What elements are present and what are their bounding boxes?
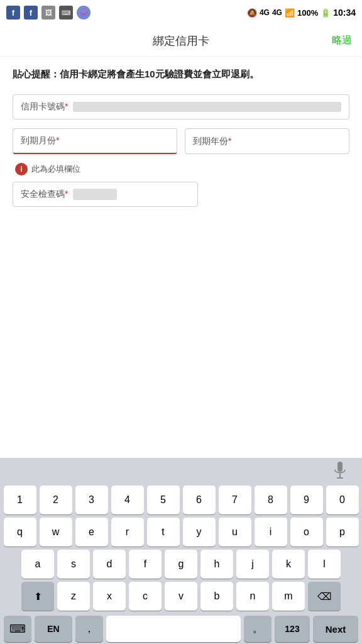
key-g[interactable]: g — [165, 550, 197, 579]
expiry-month-input-wrapper[interactable]: 到期月份* — [13, 128, 177, 154]
period-key[interactable]: 。 — [244, 616, 272, 642]
expiry-row: 到期月份* 到期年份* — [13, 128, 349, 154]
key-a[interactable]: a — [21, 550, 54, 579]
next-button[interactable]: Next — [313, 616, 358, 642]
key-r[interactable]: r — [111, 518, 144, 547]
mic-button[interactable] — [331, 461, 349, 480]
key-z[interactable]: z — [57, 582, 90, 611]
key-p[interactable]: p — [326, 518, 359, 547]
key-8[interactable]: 8 — [255, 486, 287, 514]
security-code-input-wrapper[interactable]: 安全檢查碼* — [13, 182, 198, 207]
mic-row — [0, 458, 362, 483]
expiry-month-label: 到期月份* — [21, 135, 59, 147]
keyboard-rows: 1 2 3 4 5 6 7 8 9 0 q w e r t y u i o p … — [0, 483, 362, 611]
key-c[interactable]: c — [129, 582, 162, 611]
key-m[interactable]: m — [272, 582, 305, 611]
key-0[interactable]: 0 — [326, 486, 359, 514]
spacebar-key[interactable] — [106, 616, 241, 642]
key-9[interactable]: 9 — [290, 486, 323, 514]
key-v[interactable]: v — [165, 582, 197, 611]
error-text: 此為必填欄位 — [31, 164, 80, 175]
page-title: 綁定信用卡 — [153, 33, 209, 48]
key-5[interactable]: 5 — [147, 486, 180, 514]
network-4g-2: 4G — [272, 8, 282, 17]
expiry-year-label: 到期年份* — [193, 136, 231, 147]
num-key[interactable]: 123 — [275, 616, 310, 642]
status-bar-left: f f 🖼 ⌨ 👾 — [6, 6, 90, 19]
security-code-masked — [73, 189, 117, 200]
discord-icon: 👾 — [77, 6, 90, 19]
image-icon: 🖼 — [41, 6, 55, 19]
card-number-label: 信用卡號碼* — [21, 101, 68, 113]
key-row-numbers: 1 2 3 4 5 6 7 8 9 0 — [3, 486, 359, 514]
key-k[interactable]: k — [272, 550, 305, 579]
key-delete[interactable]: ⌫ — [308, 582, 341, 611]
key-w[interactable]: w — [40, 518, 72, 547]
svg-rect-2 — [337, 477, 343, 479]
network-4g-1: 4G — [260, 8, 270, 17]
key-3[interactable]: 3 — [75, 486, 108, 514]
key-4[interactable]: 4 — [111, 486, 144, 514]
notice-text: 貼心提醒：信用卡綁定將會產生10元驗證費並會立即退刷。 — [13, 67, 349, 82]
security-code-group: 安全檢查碼* — [13, 182, 349, 207]
content-area: 貼心提醒：信用卡綁定將會產生10元驗證費並會立即退刷。 信用卡號碼* 到期月份*… — [0, 57, 362, 226]
key-q[interactable]: q — [4, 518, 36, 547]
status-bar-right: 🔕 4G 4G 📶 100% 🔋 10:34 — [247, 8, 356, 18]
key-t[interactable]: t — [147, 518, 180, 547]
key-row-qwerty: q w e r t y u i o p — [3, 518, 359, 547]
keyboard-icon: ⌨ — [59, 6, 73, 19]
key-x[interactable]: x — [93, 582, 126, 611]
key-1[interactable]: 1 — [4, 486, 36, 514]
key-row-zxcv: ⬆ z x c v b n m ⌫ — [3, 582, 359, 611]
language-button[interactable]: EN — [35, 616, 72, 642]
key-6[interactable]: 6 — [183, 486, 216, 514]
key-7[interactable]: 7 — [219, 486, 251, 514]
battery-label: 100% — [297, 8, 318, 18]
page-header: 綁定信用卡 略過 — [0, 25, 362, 57]
key-f[interactable]: f — [129, 550, 162, 579]
security-code-label: 安全檢查碼* — [21, 189, 68, 200]
error-message-row: i 此為必填欄位 — [15, 163, 349, 175]
card-number-group: 信用卡號碼* — [13, 94, 349, 119]
keyboard-bottom-bar: ⌨ EN ， 。 123 Next — [0, 614, 362, 644]
signal-icon: 📶 — [285, 8, 295, 18]
error-icon: i — [15, 163, 28, 175]
card-number-input-wrapper[interactable]: 信用卡號碼* — [13, 94, 349, 119]
svg-rect-0 — [337, 462, 343, 472]
card-number-masked — [73, 102, 341, 112]
expiry-group: 到期月份* 到期年份* — [13, 128, 349, 154]
facebook-icon: f — [6, 6, 20, 19]
key-y[interactable]: y — [183, 518, 216, 547]
time-label: 10:34 — [333, 8, 356, 18]
key-2[interactable]: 2 — [40, 486, 72, 514]
keyboard-area: 1 2 3 4 5 6 7 8 9 0 q w e r t y u i o p … — [0, 458, 362, 644]
expiry-year-input-wrapper[interactable]: 到期年份* — [185, 128, 349, 154]
key-d[interactable]: d — [93, 550, 126, 579]
key-e[interactable]: e — [75, 518, 108, 547]
key-row-asdf: a s d f g h j k l — [3, 550, 359, 579]
svg-rect-1 — [339, 474, 341, 477]
key-s[interactable]: s — [57, 550, 90, 579]
keyboard-switch-button[interactable]: ⌨ — [4, 616, 31, 642]
comma-key[interactable]: ， — [75, 616, 103, 642]
battery-icon: 🔋 — [321, 8, 331, 18]
key-i[interactable]: i — [255, 518, 287, 547]
skip-button[interactable]: 略過 — [332, 34, 352, 47]
key-l[interactable]: l — [308, 550, 341, 579]
key-shift[interactable]: ⬆ — [21, 582, 54, 611]
key-n[interactable]: n — [236, 582, 269, 611]
key-h[interactable]: h — [200, 550, 233, 579]
status-bar: f f 🖼 ⌨ 👾 🔕 4G 4G 📶 100% 🔋 10:34 — [0, 0, 362, 25]
key-j[interactable]: j — [236, 550, 269, 579]
facebook-icon-2: f — [24, 6, 38, 19]
key-o[interactable]: o — [290, 518, 323, 547]
key-b[interactable]: b — [200, 582, 233, 611]
mute-icon: 🔕 — [247, 8, 257, 18]
key-u[interactable]: u — [219, 518, 251, 547]
